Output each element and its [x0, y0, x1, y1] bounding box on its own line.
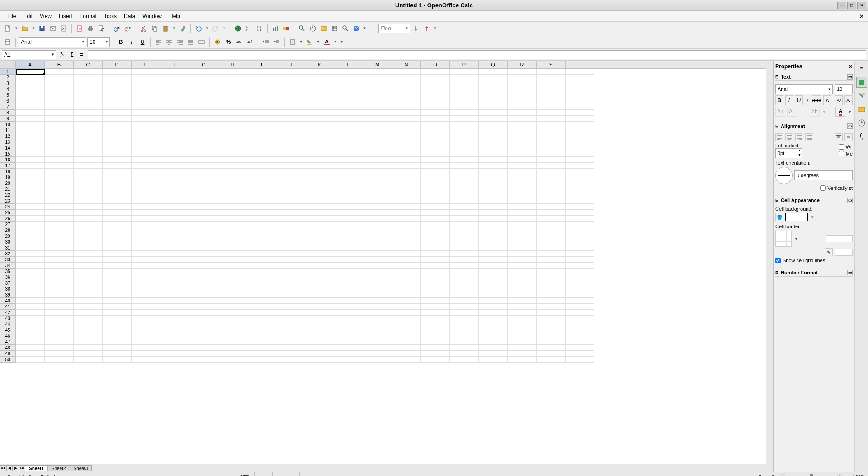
cell[interactable]	[450, 339, 479, 345]
cell[interactable]	[334, 321, 363, 327]
cell[interactable]	[45, 110, 74, 116]
cell[interactable]	[305, 145, 334, 151]
cell[interactable]	[103, 233, 132, 239]
cell[interactable]	[305, 233, 334, 239]
cell[interactable]	[189, 69, 218, 75]
edit-doc-button[interactable]	[59, 24, 69, 33]
tab-prev-button[interactable]: ◀	[6, 465, 13, 471]
cell[interactable]	[103, 145, 132, 151]
cell[interactable]	[421, 274, 450, 280]
cell[interactable]	[363, 357, 392, 363]
cell[interactable]	[103, 127, 132, 133]
cell[interactable]	[363, 292, 392, 298]
expand-icon[interactable]: ▭	[847, 270, 853, 275]
cell[interactable]	[479, 227, 508, 233]
row-header[interactable]: 1	[0, 69, 16, 75]
cell[interactable]	[103, 286, 132, 292]
cell[interactable]	[537, 210, 566, 216]
cell[interactable]	[16, 169, 45, 174]
cell[interactable]	[247, 157, 276, 163]
cell[interactable]	[276, 263, 305, 269]
cell[interactable]	[421, 316, 450, 321]
cell[interactable]	[276, 357, 305, 363]
cell[interactable]	[450, 145, 479, 151]
cell[interactable]	[247, 274, 276, 280]
cell[interactable]	[16, 163, 45, 169]
cell[interactable]	[132, 316, 160, 321]
cell[interactable]	[566, 304, 594, 310]
cell[interactable]	[479, 321, 508, 327]
cell[interactable]	[45, 316, 74, 321]
cell[interactable]	[537, 151, 566, 157]
datasources-button[interactable]	[330, 24, 340, 33]
cell[interactable]	[160, 192, 189, 198]
cell[interactable]	[363, 174, 392, 180]
cell[interactable]	[450, 75, 479, 80]
cell[interactable]	[305, 174, 334, 180]
cell[interactable]	[392, 210, 421, 216]
show-draw-button[interactable]	[281, 24, 291, 33]
cell[interactable]	[566, 127, 594, 133]
column-header[interactable]: J	[276, 61, 305, 68]
cell[interactable]	[16, 139, 45, 145]
cell[interactable]	[132, 257, 160, 263]
sidebar-fontcolor-dropdown[interactable]: ▼	[847, 110, 853, 114]
zoom-value[interactable]: 100%	[843, 474, 865, 476]
cell[interactable]	[450, 274, 479, 280]
find-toolbar-overflow[interactable]: ▼	[433, 26, 438, 30]
menu-view[interactable]: View	[36, 12, 55, 21]
bg-color-dropdown[interactable]: ▼	[810, 215, 815, 219]
column-header[interactable]: C	[74, 61, 103, 68]
cell[interactable]	[450, 351, 479, 357]
row-header[interactable]: 33	[0, 257, 16, 263]
cell[interactable]	[247, 304, 276, 310]
cell[interactable]	[334, 122, 363, 127]
cell[interactable]	[537, 86, 566, 92]
cell[interactable]	[305, 280, 334, 286]
column-header[interactable]: O	[421, 61, 450, 68]
minimize-button[interactable]: ─	[837, 2, 846, 9]
cell[interactable]	[334, 216, 363, 222]
cell[interactable]	[247, 327, 276, 333]
cell[interactable]	[450, 239, 479, 245]
cell[interactable]	[103, 304, 132, 310]
cell[interactable]	[450, 127, 479, 133]
export-pdf-button[interactable]: PDF	[75, 24, 85, 33]
cell[interactable]	[45, 345, 74, 351]
cell[interactable]	[276, 198, 305, 204]
cell[interactable]	[103, 133, 132, 139]
cell[interactable]	[160, 139, 189, 145]
cell[interactable]	[421, 139, 450, 145]
cell[interactable]	[103, 163, 132, 169]
cell[interactable]	[566, 316, 594, 321]
cell[interactable]	[103, 316, 132, 321]
cell[interactable]	[276, 233, 305, 239]
cell[interactable]	[537, 292, 566, 298]
cell[interactable]	[305, 286, 334, 292]
cell[interactable]	[479, 245, 508, 251]
cell[interactable]	[305, 239, 334, 245]
cell[interactable]	[189, 245, 218, 251]
redo-button[interactable]	[211, 24, 221, 33]
cell[interactable]	[103, 327, 132, 333]
cell[interactable]	[334, 163, 363, 169]
cell[interactable]	[132, 210, 160, 216]
find-next-button[interactable]	[411, 24, 421, 33]
cell[interactable]	[479, 280, 508, 286]
cell[interactable]	[276, 280, 305, 286]
cell[interactable]	[334, 286, 363, 292]
cell[interactable]	[218, 251, 247, 257]
column-header[interactable]: E	[132, 61, 160, 68]
cell[interactable]	[276, 316, 305, 321]
cell[interactable]	[189, 357, 218, 363]
cell[interactable]	[392, 292, 421, 298]
cell[interactable]	[103, 321, 132, 327]
borders-dropdown[interactable]: ▼	[298, 40, 304, 44]
cell[interactable]	[247, 233, 276, 239]
cell[interactable]	[334, 110, 363, 116]
cell[interactable]	[363, 304, 392, 310]
cell[interactable]	[16, 357, 45, 363]
cell[interactable]	[450, 98, 479, 104]
cell[interactable]	[189, 351, 218, 357]
cell[interactable]	[247, 216, 276, 222]
